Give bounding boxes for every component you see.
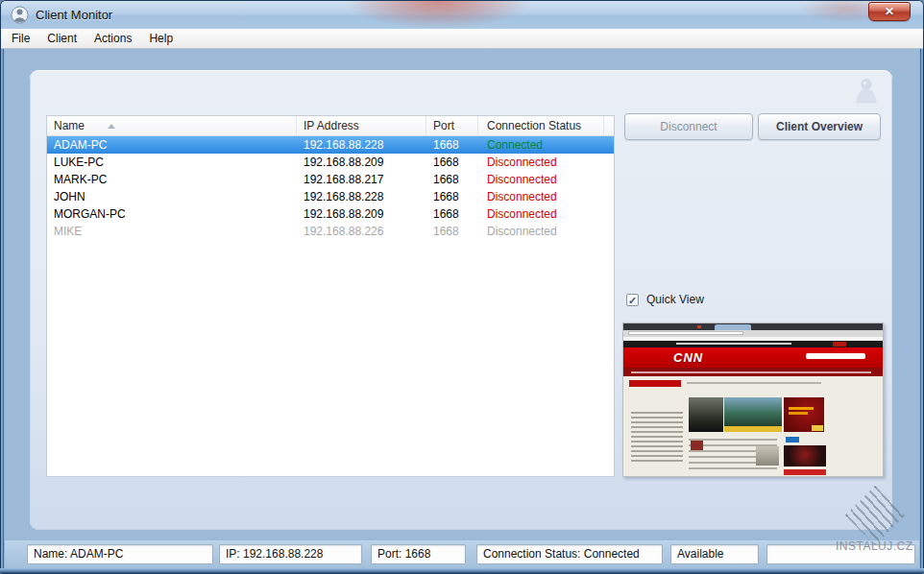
preview-photo-2 xyxy=(724,397,782,426)
client-table-body: ADAM-PC192.168.88.2281668ConnectedLUKE-P… xyxy=(47,136,614,240)
status-ip: IP: 192.168.88.228 xyxy=(219,544,362,564)
cell-ip: 192.168.88.228 xyxy=(297,136,426,154)
preview-live-badge xyxy=(786,437,799,442)
table-row[interactable]: MARK-PC192.168.88.2171668Disconnected xyxy=(47,171,614,188)
disconnect-button[interactable]: Disconnect xyxy=(624,113,753,140)
main-panel: Name IP Address Port Connection Status A… xyxy=(30,70,892,530)
window-border-right xyxy=(919,27,924,574)
cell-status: Connected xyxy=(478,136,604,154)
preview-red-button xyxy=(784,469,826,475)
preview-story-thumb xyxy=(691,441,703,450)
status-name: Name: ADAM-PC xyxy=(27,544,213,564)
cell-ip: 192.168.88.226 xyxy=(297,223,426,240)
status-port: Port: 1668 xyxy=(371,544,466,564)
preview-photo-caption xyxy=(724,426,782,432)
cell-name: LUKE-PC xyxy=(47,154,297,171)
cell-ip: 192.168.88.209 xyxy=(297,154,426,171)
quick-view-checkbox[interactable]: ✓ xyxy=(626,294,639,306)
status-connection: Connection Status: Connected xyxy=(476,544,663,564)
preview-left-text-column xyxy=(631,412,683,462)
cell-ip: 192.168.88.228 xyxy=(297,188,426,205)
window-border-left xyxy=(0,27,5,574)
preview-map-box xyxy=(784,445,826,466)
preview-section-tab xyxy=(629,380,681,387)
client-overview-button[interactable]: Client Overview xyxy=(758,113,881,140)
cell-ip: 192.168.88.209 xyxy=(297,205,426,223)
status-bar: Name: ADAM-PC IP: 192.168.88.228 Port: 1… xyxy=(5,540,919,568)
menu-actions[interactable]: Actions xyxy=(85,30,140,47)
cell-status: Disconnected xyxy=(478,154,604,171)
cell-port: 1668 xyxy=(426,171,478,188)
preview-site-logo: CNN xyxy=(673,349,721,366)
status-availability: Available xyxy=(670,544,759,564)
cell-name: MARK-PC xyxy=(47,171,297,188)
menu-bar: File Client Actions Help xyxy=(1,29,923,49)
table-row[interactable]: LUKE-PC192.168.88.2091668Disconnected xyxy=(47,154,614,171)
table-header: Name IP Address Port Connection Status xyxy=(47,116,614,136)
preview-photo-3 xyxy=(756,446,779,466)
app-icon xyxy=(11,6,29,24)
window-title: Client Monitor xyxy=(36,8,112,22)
preview-breaking-badge xyxy=(833,342,846,347)
preview-promo-button xyxy=(812,425,823,431)
quick-view-control[interactable]: ✓ Quick View xyxy=(626,293,704,306)
preview-nav-text xyxy=(631,371,871,373)
cell-status: Disconnected xyxy=(478,171,604,188)
menu-help[interactable]: Help xyxy=(140,30,182,47)
column-header-name[interactable]: Name xyxy=(47,116,297,135)
column-header-status[interactable]: Connection Status xyxy=(478,116,604,135)
column-header-port[interactable]: Port xyxy=(426,116,478,135)
cell-port: 1668 xyxy=(426,188,478,205)
preview-favicon-dot xyxy=(697,325,701,328)
window-border-bottom xyxy=(0,568,924,574)
preview-url-field xyxy=(628,331,743,335)
table-row[interactable]: JOHN192.168.88.2281668Disconnected xyxy=(47,188,614,205)
table-row[interactable]: MIKE192.168.88.2261668Disconnected xyxy=(47,223,614,240)
title-bar: Client Monitor ✕ xyxy=(1,1,923,29)
quick-view-label: Quick View xyxy=(646,293,704,306)
preview-section-links xyxy=(687,382,821,384)
cell-port: 1668 xyxy=(426,136,478,154)
preview-search-box xyxy=(806,353,865,359)
status-extra xyxy=(766,544,915,564)
cell-ip: 192.168.88.217 xyxy=(297,171,426,188)
cell-name: MIKE xyxy=(47,223,297,240)
menu-file[interactable]: File xyxy=(3,30,38,47)
cell-name: ADAM-PC xyxy=(47,136,297,154)
cell-name: MORGAN-PC xyxy=(47,205,297,223)
preview-promo-text-1 xyxy=(789,407,814,410)
client-table: Name IP Address Port Connection Status A… xyxy=(46,115,615,477)
preview-browser-tabbar xyxy=(623,323,884,330)
menu-client[interactable]: Client xyxy=(38,30,85,47)
column-header-name-label: Name xyxy=(54,119,85,132)
column-header-ip[interactable]: IP Address xyxy=(297,116,426,135)
cell-status: Disconnected xyxy=(478,188,604,205)
preview-photo-1 xyxy=(689,397,723,432)
column-header-filler xyxy=(604,116,614,135)
preview-promo-text-2 xyxy=(789,412,808,415)
preview-breaking-text xyxy=(676,343,791,345)
table-row[interactable]: MORGAN-PC192.168.88.2091668Disconnected xyxy=(47,205,614,223)
table-row[interactable]: ADAM-PC192.168.88.2281668Connected xyxy=(47,136,614,154)
sort-ascending-icon xyxy=(108,124,115,129)
cell-status: Disconnected xyxy=(478,205,604,223)
cell-port: 1668 xyxy=(426,154,478,171)
client-monitor-window: Client Monitor ✕ File Client Actions Hel… xyxy=(0,0,924,574)
client-preview-thumbnail: CNN xyxy=(622,323,884,477)
cell-port: 1668 xyxy=(426,205,478,223)
user-watermark-icon xyxy=(851,75,882,106)
cell-name: JOHN xyxy=(47,188,297,205)
cell-status: Disconnected xyxy=(478,223,604,240)
close-button[interactable]: ✕ xyxy=(868,2,911,21)
cell-port: 1668 xyxy=(426,223,478,240)
